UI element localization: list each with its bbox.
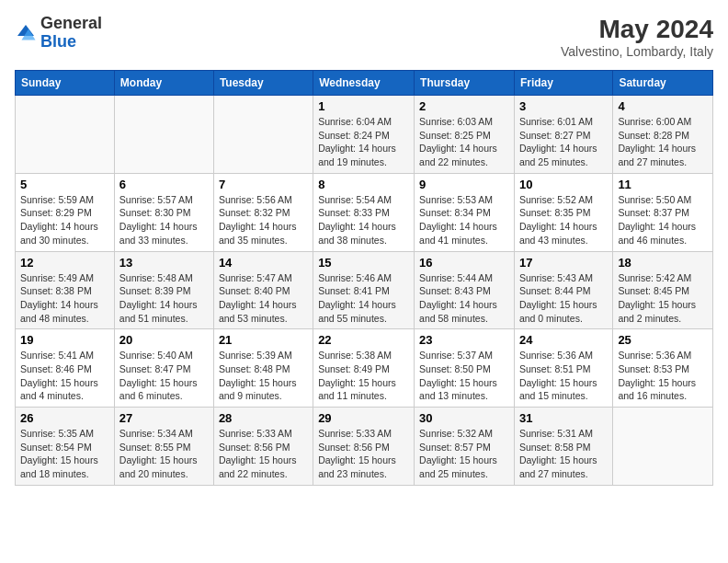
col-header-sunday: Sunday bbox=[16, 71, 115, 96]
day-info: Sunrise: 5:36 AM Sunset: 8:53 PM Dayligh… bbox=[618, 349, 708, 403]
col-header-friday: Friday bbox=[514, 71, 612, 96]
day-number: 12 bbox=[20, 256, 109, 270]
day-info: Sunrise: 5:56 AM Sunset: 8:32 PM Dayligh… bbox=[219, 193, 308, 247]
day-number: 15 bbox=[318, 256, 409, 270]
calendar-cell: 7Sunrise: 5:56 AM Sunset: 8:32 PM Daylig… bbox=[213, 173, 313, 251]
day-info: Sunrise: 5:44 AM Sunset: 8:43 PM Dayligh… bbox=[419, 271, 509, 326]
month-year-title: May 2024 bbox=[561, 15, 713, 44]
day-info: Sunrise: 5:42 AM Sunset: 8:45 PM Dayligh… bbox=[618, 271, 708, 326]
day-info: Sunrise: 5:40 AM Sunset: 8:47 PM Dayligh… bbox=[119, 349, 209, 403]
day-number: 28 bbox=[219, 411, 308, 425]
day-info: Sunrise: 5:31 AM Sunset: 8:58 PM Dayligh… bbox=[519, 427, 608, 481]
col-header-tuesday: Tuesday bbox=[213, 71, 313, 96]
day-info: Sunrise: 5:59 AM Sunset: 8:29 PM Dayligh… bbox=[20, 193, 109, 247]
calendar-cell: 20Sunrise: 5:40 AM Sunset: 8:47 PM Dayli… bbox=[114, 329, 213, 408]
day-number: 13 bbox=[119, 256, 209, 270]
calendar-cell: 2Sunrise: 6:03 AM Sunset: 8:25 PM Daylig… bbox=[415, 96, 515, 174]
calendar-cell: 6Sunrise: 5:57 AM Sunset: 8:30 PM Daylig… bbox=[114, 173, 213, 251]
calendar-cell: 25Sunrise: 5:36 AM Sunset: 8:53 PM Dayli… bbox=[613, 329, 713, 408]
day-info: Sunrise: 5:33 AM Sunset: 8:56 PM Dayligh… bbox=[219, 427, 308, 481]
calendar-cell bbox=[114, 96, 213, 174]
day-info: Sunrise: 5:41 AM Sunset: 8:46 PM Dayligh… bbox=[20, 349, 109, 403]
day-number: 6 bbox=[119, 178, 209, 191]
page-header: General Blue May 2024 Valvestino, Lombar… bbox=[15, 15, 713, 59]
calendar-cell: 5Sunrise: 5:59 AM Sunset: 8:29 PM Daylig… bbox=[16, 173, 115, 251]
location-subtitle: Valvestino, Lombardy, Italy bbox=[561, 44, 713, 59]
calendar-cell: 23Sunrise: 5:37 AM Sunset: 8:50 PM Dayli… bbox=[415, 329, 515, 408]
logo: General Blue bbox=[15, 15, 102, 52]
calendar-cell: 4Sunrise: 6:00 AM Sunset: 8:28 PM Daylig… bbox=[613, 96, 713, 174]
day-info: Sunrise: 5:35 AM Sunset: 8:54 PM Dayligh… bbox=[20, 427, 109, 481]
day-number: 17 bbox=[519, 256, 608, 270]
calendar-cell: 10Sunrise: 5:52 AM Sunset: 8:35 PM Dayli… bbox=[514, 173, 612, 251]
day-info: Sunrise: 5:48 AM Sunset: 8:39 PM Dayligh… bbox=[119, 271, 209, 326]
calendar-cell: 31Sunrise: 5:31 AM Sunset: 8:58 PM Dayli… bbox=[514, 408, 612, 486]
calendar-cell bbox=[16, 96, 115, 174]
day-info: Sunrise: 5:52 AM Sunset: 8:35 PM Dayligh… bbox=[519, 193, 608, 247]
day-number: 30 bbox=[419, 411, 509, 425]
calendar-table: SundayMondayTuesdayWednesdayThursdayFrid… bbox=[15, 70, 713, 486]
logo-general-text: General bbox=[40, 14, 102, 32]
day-header-row: SundayMondayTuesdayWednesdayThursdayFrid… bbox=[16, 71, 713, 96]
day-number: 19 bbox=[20, 333, 109, 347]
day-info: Sunrise: 6:00 AM Sunset: 8:28 PM Dayligh… bbox=[618, 115, 708, 169]
calendar-cell bbox=[613, 408, 713, 486]
day-info: Sunrise: 5:54 AM Sunset: 8:33 PM Dayligh… bbox=[318, 193, 409, 247]
calendar-cell: 1Sunrise: 6:04 AM Sunset: 8:24 PM Daylig… bbox=[313, 96, 415, 174]
day-info: Sunrise: 5:33 AM Sunset: 8:56 PM Dayligh… bbox=[318, 427, 409, 481]
week-row-3: 12Sunrise: 5:49 AM Sunset: 8:38 PM Dayli… bbox=[16, 251, 713, 329]
day-number: 22 bbox=[318, 333, 409, 347]
day-number: 9 bbox=[419, 178, 509, 191]
day-info: Sunrise: 5:46 AM Sunset: 8:41 PM Dayligh… bbox=[318, 271, 409, 326]
calendar-cell: 12Sunrise: 5:49 AM Sunset: 8:38 PM Dayli… bbox=[16, 251, 115, 329]
col-header-wednesday: Wednesday bbox=[313, 71, 415, 96]
calendar-cell: 13Sunrise: 5:48 AM Sunset: 8:39 PM Dayli… bbox=[114, 251, 213, 329]
day-info: Sunrise: 5:43 AM Sunset: 8:44 PM Dayligh… bbox=[519, 271, 608, 326]
day-number: 11 bbox=[618, 178, 708, 191]
day-number: 8 bbox=[318, 178, 409, 191]
day-number: 7 bbox=[219, 178, 308, 191]
day-info: Sunrise: 6:04 AM Sunset: 8:24 PM Dayligh… bbox=[318, 115, 409, 169]
day-number: 4 bbox=[618, 99, 708, 113]
calendar-cell: 24Sunrise: 5:36 AM Sunset: 8:51 PM Dayli… bbox=[514, 329, 612, 408]
col-header-saturday: Saturday bbox=[613, 71, 713, 96]
day-number: 25 bbox=[618, 333, 708, 347]
calendar-cell: 11Sunrise: 5:50 AM Sunset: 8:37 PM Dayli… bbox=[613, 173, 713, 251]
day-info: Sunrise: 5:53 AM Sunset: 8:34 PM Dayligh… bbox=[419, 193, 509, 247]
day-number: 1 bbox=[318, 99, 409, 113]
calendar-cell: 21Sunrise: 5:39 AM Sunset: 8:48 PM Dayli… bbox=[213, 329, 313, 408]
calendar-cell: 9Sunrise: 5:53 AM Sunset: 8:34 PM Daylig… bbox=[415, 173, 515, 251]
col-header-thursday: Thursday bbox=[415, 71, 515, 96]
calendar-cell: 30Sunrise: 5:32 AM Sunset: 8:57 PM Dayli… bbox=[415, 408, 515, 486]
calendar-cell: 16Sunrise: 5:44 AM Sunset: 8:43 PM Dayli… bbox=[415, 251, 515, 329]
day-info: Sunrise: 6:03 AM Sunset: 8:25 PM Dayligh… bbox=[419, 115, 509, 169]
day-number: 2 bbox=[419, 99, 509, 113]
day-info: Sunrise: 5:38 AM Sunset: 8:49 PM Dayligh… bbox=[318, 349, 409, 403]
week-row-4: 19Sunrise: 5:41 AM Sunset: 8:46 PM Dayli… bbox=[16, 329, 713, 408]
day-number: 14 bbox=[219, 256, 308, 270]
day-info: Sunrise: 5:47 AM Sunset: 8:40 PM Dayligh… bbox=[219, 271, 308, 326]
week-row-1: 1Sunrise: 6:04 AM Sunset: 8:24 PM Daylig… bbox=[16, 96, 713, 174]
calendar-cell: 29Sunrise: 5:33 AM Sunset: 8:56 PM Dayli… bbox=[313, 408, 415, 486]
day-number: 27 bbox=[119, 411, 209, 425]
day-number: 31 bbox=[519, 411, 608, 425]
day-number: 23 bbox=[419, 333, 509, 347]
calendar-cell: 28Sunrise: 5:33 AM Sunset: 8:56 PM Dayli… bbox=[213, 408, 313, 486]
day-number: 20 bbox=[119, 333, 209, 347]
day-number: 10 bbox=[519, 178, 608, 191]
day-number: 24 bbox=[519, 333, 608, 347]
day-number: 18 bbox=[618, 256, 708, 270]
day-info: Sunrise: 5:50 AM Sunset: 8:37 PM Dayligh… bbox=[618, 193, 708, 247]
day-info: Sunrise: 5:32 AM Sunset: 8:57 PM Dayligh… bbox=[419, 427, 509, 481]
calendar-cell: 17Sunrise: 5:43 AM Sunset: 8:44 PM Dayli… bbox=[514, 251, 612, 329]
col-header-monday: Monday bbox=[114, 71, 213, 96]
day-info: Sunrise: 5:39 AM Sunset: 8:48 PM Dayligh… bbox=[219, 349, 308, 403]
calendar-cell: 19Sunrise: 5:41 AM Sunset: 8:46 PM Dayli… bbox=[16, 329, 115, 408]
calendar-cell: 26Sunrise: 5:35 AM Sunset: 8:54 PM Dayli… bbox=[16, 408, 115, 486]
day-info: Sunrise: 5:37 AM Sunset: 8:50 PM Dayligh… bbox=[419, 349, 509, 403]
day-number: 5 bbox=[20, 178, 109, 191]
calendar-cell: 15Sunrise: 5:46 AM Sunset: 8:41 PM Dayli… bbox=[313, 251, 415, 329]
day-number: 16 bbox=[419, 256, 509, 270]
calendar-cell bbox=[213, 96, 313, 174]
title-block: May 2024 Valvestino, Lombardy, Italy bbox=[561, 15, 713, 59]
